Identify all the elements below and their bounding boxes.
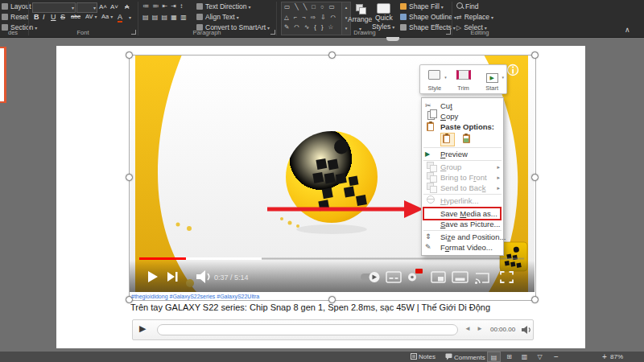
menu-item-hyperlink[interactable]: Hyperlink... [422, 195, 503, 206]
selection-handle-top-left[interactable] [126, 51, 133, 59]
quick-styles-button[interactable]: Quick [375, 14, 393, 22]
bold-button[interactable]: B [34, 13, 39, 21]
paste-options-row [422, 132, 503, 146]
menu-separator [423, 207, 502, 208]
slide-sorter-view-button[interactable]: ⊞ [502, 352, 516, 362]
video-hashtags[interactable]: #thegioididong #GalaxyS22series #GalaxyS… [131, 294, 259, 299]
drawing-dialog-launcher[interactable] [446, 30, 451, 35]
progress-track[interactable] [262, 258, 524, 260]
menu-item-bring-to-front[interactable]: Bring to Front▸ [422, 172, 503, 183]
slide-thumbnail-selected[interactable] [0, 47, 6, 103]
shape-fill-button[interactable]: Shape Fill▾ [400, 2, 444, 10]
menu-item-preview[interactable]: ▶ Preview [422, 149, 503, 159]
shrink-font-button[interactable]: A˅ [110, 3, 118, 10]
menu-separator [423, 230, 502, 231]
underline-button[interactable]: U [51, 13, 56, 21]
drawing-group-label: Drawing [278, 29, 452, 36]
comments-icon [445, 353, 452, 360]
progress-buffered[interactable] [186, 257, 262, 260]
style-button[interactable]: ▾ Style [420, 65, 449, 93]
paragraph-list-buttons[interactable]: ≔ ≕ ⇤ ⇥ ↕ [142, 2, 184, 10]
menu-item-paste-options: Paste Options: [422, 121, 503, 132]
media-seek-bar[interactable] [157, 324, 458, 335]
reading-view-button[interactable]: ▥ [518, 352, 531, 362]
text-direction-button[interactable]: Text Direction▾ [196, 2, 251, 10]
copy-icon [425, 111, 438, 121]
strikethrough-abc-button[interactable]: abc [71, 13, 80, 20]
align-text-icon [196, 14, 203, 20]
find-button[interactable]: Find [456, 2, 479, 10]
ball-shadow [296, 224, 367, 234]
trim-button[interactable]: Trim [449, 65, 478, 93]
progress-played[interactable] [139, 257, 186, 260]
slideshow-view-button[interactable]: ▽ [533, 352, 547, 362]
reset-icon [2, 14, 8, 20]
menu-separator [423, 194, 502, 195]
selection-handle-mid-left[interactable] [126, 174, 133, 181]
font-color-button[interactable]: A [118, 13, 122, 23]
notes-button[interactable]: Notes [411, 353, 436, 360]
selection-handle-bottom-right[interactable] [531, 296, 539, 303]
menu-separator [423, 147, 502, 148]
align-text-button[interactable]: Align Text▾ [196, 13, 239, 21]
shapes-row-1[interactable]: ▭ ╲ ╲ □ ○ ▭ [282, 2, 341, 13]
start-button[interactable]: ▶▾ Start [477, 65, 506, 93]
replace-button[interactable]: ⇄Replace▾ [456, 13, 493, 21]
control-bar-gradient [129, 261, 535, 292]
menu-item-save-media-as[interactable]: Save Media as... [422, 208, 503, 219]
status-bar: Notes Comments ▤ ⊞ ▥ ▽ − + 87% [0, 352, 644, 362]
shape-fill-icon [400, 3, 407, 10]
clear-formatting-button[interactable]: A [125, 3, 129, 10]
video-title: Trên tay GALAXY S22 series: Chip Snap 8 … [130, 302, 490, 312]
normal-view-button[interactable]: ▤ [487, 352, 501, 362]
comments-button[interactable]: Comments [445, 353, 485, 361]
arrange-button[interactable]: Arrange [348, 15, 372, 23]
media-play-button[interactable]: ▶ [139, 323, 146, 334]
collapse-ribbon-button[interactable]: ∧ [625, 26, 630, 34]
media-time-display: 00:00.00 [490, 326, 515, 333]
font-dialog-launcher[interactable] [131, 30, 136, 35]
menu-item-size-and-position[interactable]: ⇕ Size and Position... [422, 232, 503, 242]
menu-item-save-as-picture[interactable]: Save as Picture... [422, 219, 503, 229]
settings-badge [415, 269, 423, 274]
format-video-icon: ✎ [425, 242, 438, 253]
reset-button[interactable]: Reset [2, 13, 28, 21]
change-case-button[interactable]: Aa▾ [101, 13, 113, 20]
menu-item-send-to-back[interactable]: Send to Back▸ [422, 183, 503, 193]
paragraph-align-buttons[interactable]: ▤ ▤ ▤ ▦ ▥ [142, 14, 188, 21]
zoom-in-button[interactable]: + [602, 352, 607, 361]
video-info-icon[interactable] [508, 65, 518, 76]
media-step-back-button[interactable]: ◄ [464, 325, 471, 332]
selection-handle-top-right[interactable] [531, 51, 539, 59]
menu-item-copy[interactable]: Copy [422, 111, 503, 121]
context-menu: ✂ Cut Copy Paste Options: ▶ Preview Grou… [421, 97, 504, 256]
selection-handle-mid-right[interactable] [531, 174, 539, 181]
shape-outline-button[interactable]: Shape Outline▾ [400, 13, 456, 21]
paste-icon [425, 121, 438, 132]
text-direction-icon [196, 3, 203, 10]
arrange-icon [354, 4, 363, 13]
paragraph-dialog-launcher[interactable] [270, 30, 275, 35]
layout-button[interactable]: Layout▾ [2, 2, 35, 10]
shapes-row-2[interactable]: △ ⌐ ¬ ⇨ ⇩ ◠ [282, 13, 341, 23]
menu-item-format-video[interactable]: ✎ Format Video... [422, 242, 503, 253]
zoom-out-button[interactable]: − [554, 352, 559, 361]
strikethrough-button[interactable]: S [60, 13, 65, 21]
start-icon: ▶ [486, 73, 498, 83]
font-name-combobox[interactable]: ▾ [32, 2, 76, 13]
font-size-combobox[interactable]: ▾ [76, 2, 97, 13]
media-volume-icon[interactable] [521, 325, 532, 335]
paste-keep-theme-button[interactable] [440, 133, 455, 146]
paste-as-picture-button[interactable] [460, 133, 475, 146]
grow-font-button[interactable]: A˄ [99, 3, 107, 10]
zoom-level-label[interactable]: 87% [610, 353, 623, 360]
style-icon [428, 70, 440, 80]
editing-group-label: Editing [452, 29, 508, 36]
character-spacing-button[interactable]: AV▾ [85, 13, 97, 20]
search-icon [456, 2, 463, 9]
media-step-forward-button[interactable]: ► [477, 325, 483, 332]
selection-handle-top-center[interactable] [328, 51, 336, 59]
font-color-caret[interactable]: ▾ [127, 13, 131, 21]
italic-button[interactable]: I [43, 13, 45, 21]
menu-item-group[interactable]: Group▸ [422, 162, 503, 172]
